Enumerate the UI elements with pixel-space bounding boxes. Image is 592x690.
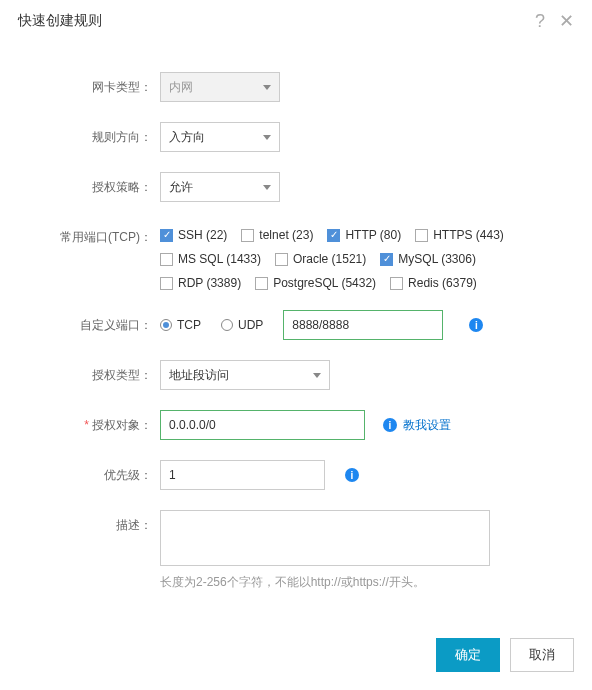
form-body: 网卡类型： 内网 规则方向： 入方向 授权策略： 允许 常用端口(TC [0, 42, 592, 601]
ports-grid: SSH (22)telnet (23)HTTP (80)HTTPS (443)M… [160, 222, 504, 290]
dialog-footer: 确定 取消 [436, 638, 574, 672]
protocol-tcp-label: TCP [177, 318, 201, 332]
label-auth-policy: 授权策略： [20, 172, 160, 202]
checkbox-icon [275, 253, 288, 266]
protocol-udp-label: UDP [238, 318, 263, 332]
label-priority: 优先级： [20, 460, 160, 490]
port-checkbox[interactable]: RDP (3389) [160, 276, 241, 290]
port-label: PostgreSQL (5432) [273, 276, 376, 290]
auth-type-value: 地址段访问 [169, 367, 229, 384]
info-icon[interactable]: i [469, 318, 483, 332]
label-common-ports: 常用端口(TCP)： [20, 222, 160, 252]
teach-me-link[interactable]: 教我设置 [403, 417, 451, 434]
nic-type-select: 内网 [160, 72, 280, 102]
port-label: Redis (6379) [408, 276, 477, 290]
port-checkbox[interactable]: MySQL (3306) [380, 252, 476, 266]
info-icon[interactable]: i [345, 468, 359, 482]
checkbox-icon [390, 277, 403, 290]
port-checkbox[interactable]: Oracle (1521) [275, 252, 366, 266]
port-checkbox[interactable]: HTTPS (443) [415, 228, 504, 242]
label-nic-type: 网卡类型： [20, 72, 160, 102]
checkbox-icon [160, 229, 173, 242]
port-label: telnet (23) [259, 228, 313, 242]
port-checkbox[interactable]: Redis (6379) [390, 276, 477, 290]
description-textarea[interactable] [160, 510, 490, 566]
checkbox-icon [380, 253, 393, 266]
protocol-radio-udp[interactable]: UDP [221, 318, 263, 332]
port-label: Oracle (1521) [293, 252, 366, 266]
dialog-header: 快速创建规则 ? ✕ [0, 0, 592, 42]
port-checkbox[interactable]: MS SQL (1433) [160, 252, 261, 266]
label-direction: 规则方向： [20, 122, 160, 152]
direction-value: 入方向 [169, 129, 205, 146]
auth-policy-select[interactable]: 允许 [160, 172, 280, 202]
port-checkbox[interactable]: HTTP (80) [327, 228, 401, 242]
direction-select[interactable]: 入方向 [160, 122, 280, 152]
chevron-down-icon [263, 185, 271, 190]
protocol-radio-tcp[interactable]: TCP [160, 318, 201, 332]
port-checkbox[interactable]: telnet (23) [241, 228, 313, 242]
port-label: SSH (22) [178, 228, 227, 242]
priority-input[interactable] [160, 460, 325, 490]
port-checkbox[interactable]: PostgreSQL (5432) [255, 276, 376, 290]
port-checkbox[interactable]: SSH (22) [160, 228, 227, 242]
radio-icon [160, 319, 172, 331]
info-icon[interactable]: i [383, 418, 397, 432]
nic-type-value: 内网 [169, 79, 193, 96]
label-custom-port: 自定义端口： [20, 310, 160, 340]
description-hint: 长度为2-256个字符，不能以http://或https://开头。 [160, 574, 572, 591]
ok-button[interactable]: 确定 [436, 638, 500, 672]
auth-policy-value: 允许 [169, 179, 193, 196]
close-icon[interactable]: ✕ [559, 12, 574, 30]
port-label: MySQL (3306) [398, 252, 476, 266]
label-description: 描述： [20, 510, 160, 540]
port-label: MS SQL (1433) [178, 252, 261, 266]
chevron-down-icon [263, 135, 271, 140]
auth-object-input[interactable] [160, 410, 365, 440]
help-icon[interactable]: ? [535, 12, 545, 30]
port-label: RDP (3389) [178, 276, 241, 290]
port-label: HTTP (80) [345, 228, 401, 242]
dialog-title: 快速创建规则 [18, 12, 535, 30]
port-input[interactable] [283, 310, 443, 340]
checkbox-icon [160, 253, 173, 266]
port-label: HTTPS (443) [433, 228, 504, 242]
required-mark: * [84, 418, 89, 432]
radio-icon [221, 319, 233, 331]
label-auth-object: *授权对象： [20, 410, 160, 440]
checkbox-icon [415, 229, 428, 242]
cancel-button[interactable]: 取消 [510, 638, 574, 672]
label-auth-type: 授权类型： [20, 360, 160, 390]
checkbox-icon [327, 229, 340, 242]
checkbox-icon [255, 277, 268, 290]
checkbox-icon [160, 277, 173, 290]
chevron-down-icon [263, 85, 271, 90]
chevron-down-icon [313, 373, 321, 378]
auth-type-select[interactable]: 地址段访问 [160, 360, 330, 390]
checkbox-icon [241, 229, 254, 242]
